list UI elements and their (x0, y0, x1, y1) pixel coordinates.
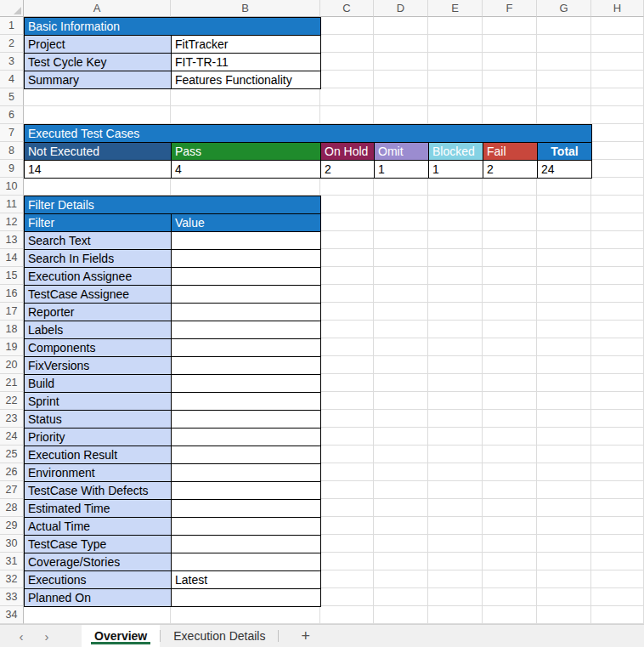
column-header-e[interactable]: E (428, 0, 483, 17)
filter-value-cell[interactable] (172, 321, 321, 339)
status-header-cell-pass[interactable]: Pass (172, 143, 321, 161)
filter-label-cell[interactable]: Labels (25, 321, 172, 339)
value-column-header[interactable]: Value (172, 214, 321, 232)
filter-label-cell[interactable]: Execution Result (25, 446, 172, 464)
row-number-28[interactable]: 28 (0, 499, 24, 517)
status-header-cell-blocked[interactable]: Blocked (429, 143, 483, 161)
filter-value-cell[interactable] (172, 500, 321, 518)
row-number-2[interactable]: 2 (0, 35, 24, 53)
row-number-30[interactable]: 30 (0, 535, 24, 553)
row-number-13[interactable]: 13 (0, 231, 24, 249)
filter-value-cell[interactable] (172, 304, 321, 321)
row-number-3[interactable]: 3 (0, 53, 24, 71)
filter-value-cell[interactable] (172, 286, 321, 304)
row-number-24[interactable]: 24 (0, 428, 24, 446)
status-header-cell-omit[interactable]: Omit (375, 143, 429, 161)
filter-label-cell[interactable]: TestCase With Defects (25, 482, 172, 500)
status-header-cell-not-executed[interactable]: Not Executed (25, 143, 172, 161)
column-header-g[interactable]: G (537, 0, 591, 17)
column-header-b[interactable]: B (171, 0, 320, 17)
basic-info-label-cell[interactable]: Test Cycle Key (25, 54, 172, 71)
select-all-corner[interactable] (0, 0, 24, 17)
row-number-23[interactable]: 23 (0, 410, 24, 428)
row-number-31[interactable]: 31 (0, 553, 24, 570)
filter-value-cell[interactable] (172, 357, 321, 375)
column-header-f[interactable]: F (483, 0, 537, 17)
status-count-cell-blocked[interactable]: 1 (429, 161, 483, 179)
filter-label-cell[interactable]: Executions (25, 571, 172, 589)
filter-value-cell[interactable] (172, 411, 321, 428)
basic-info-value-cell[interactable]: FitTracker (172, 36, 321, 54)
row-number-22[interactable]: 22 (0, 392, 24, 410)
filter-value-cell[interactable] (172, 464, 321, 482)
column-header-d[interactable]: D (374, 0, 428, 17)
row-number-25[interactable]: 25 (0, 446, 24, 463)
filter-value-cell[interactable] (172, 536, 321, 553)
prev-sheet-icon[interactable]: ‹ (8, 625, 34, 647)
row-number-20[interactable]: 20 (0, 356, 24, 374)
filter-value-cell[interactable] (172, 482, 321, 500)
row-number-10[interactable]: 10 (0, 178, 24, 196)
filter-label-cell[interactable]: Search Text (25, 232, 172, 250)
filter-value-cell[interactable] (172, 250, 321, 268)
row-number-8[interactable]: 8 (0, 142, 24, 160)
status-count-cell-fail[interactable]: 2 (483, 161, 538, 179)
filter-label-cell[interactable]: FixVersions (25, 357, 172, 375)
row-number-16[interactable]: 16 (0, 285, 24, 303)
filter-value-cell[interactable] (172, 375, 321, 393)
executed-test-cases-title[interactable]: Executed Test Cases (25, 125, 592, 143)
filter-value-cell[interactable] (172, 232, 321, 250)
status-count-cell-pass[interactable]: 4 (172, 161, 321, 179)
filter-value-cell[interactable] (172, 428, 321, 446)
status-count-cell-omit[interactable]: 1 (375, 161, 429, 179)
row-number-26[interactable]: 26 (0, 463, 24, 481)
row-number-4[interactable]: 4 (0, 71, 24, 88)
status-count-cell-total[interactable]: 24 (538, 161, 592, 179)
filter-label-cell[interactable]: TestCase Assignee (25, 286, 172, 304)
filter-value-cell[interactable] (172, 589, 321, 607)
row-number-1[interactable]: 1 (0, 17, 24, 35)
row-number-12[interactable]: 12 (0, 213, 24, 231)
row-number-5[interactable]: 5 (0, 88, 24, 106)
row-number-32[interactable]: 32 (0, 570, 24, 588)
row-number-11[interactable]: 11 (0, 196, 24, 213)
filter-value-cell[interactable] (172, 339, 321, 357)
filter-column-header[interactable]: Filter (25, 214, 172, 232)
row-number-9[interactable]: 9 (0, 160, 24, 178)
row-number-29[interactable]: 29 (0, 517, 24, 535)
filter-label-cell[interactable]: Components (25, 339, 172, 357)
add-sheet-button[interactable]: + (279, 625, 332, 647)
row-number-33[interactable]: 33 (0, 588, 24, 606)
basic-info-label-cell[interactable]: Project (25, 36, 172, 54)
filter-value-cell[interactable]: Latest (172, 571, 321, 589)
basic-information-title[interactable]: Basic Information (25, 18, 321, 36)
filter-label-cell[interactable]: Execution Assignee (25, 268, 172, 286)
row-number-19[interactable]: 19 (0, 338, 24, 356)
column-header-a[interactable]: A (24, 0, 171, 17)
basic-info-label-cell[interactable]: Summary (25, 71, 172, 89)
next-sheet-icon[interactable]: › (34, 625, 59, 647)
filter-value-cell[interactable] (172, 268, 321, 286)
filter-label-cell[interactable]: Priority (25, 428, 172, 446)
row-number-34[interactable]: 34 (0, 606, 24, 624)
row-number-14[interactable]: 14 (0, 249, 24, 267)
filter-label-cell[interactable]: Sprint (25, 393, 172, 411)
tab-execution-details[interactable]: Execution Details (161, 625, 278, 647)
filter-value-cell[interactable] (172, 393, 321, 411)
row-number-27[interactable]: 27 (0, 481, 24, 499)
filter-label-cell[interactable]: Coverage/Stories (25, 553, 172, 571)
filter-value-cell[interactable] (172, 446, 321, 464)
column-header-h[interactable]: H (591, 0, 644, 17)
filter-value-cell[interactable] (172, 518, 321, 536)
filter-value-cell[interactable] (172, 553, 321, 571)
row-number-15[interactable]: 15 (0, 267, 24, 285)
filter-label-cell[interactable]: Estimated Time (25, 500, 172, 518)
status-header-cell-total[interactable]: Total (538, 143, 592, 161)
filter-details-title[interactable]: Filter Details (25, 196, 321, 214)
row-number-17[interactable]: 17 (0, 303, 24, 321)
filter-label-cell[interactable]: Status (25, 411, 172, 428)
status-count-cell-on-hold[interactable]: 2 (321, 161, 375, 179)
filter-label-cell[interactable]: TestCase Type (25, 536, 172, 553)
status-header-cell-fail[interactable]: Fail (483, 143, 538, 161)
filter-label-cell[interactable]: Build (25, 375, 172, 393)
